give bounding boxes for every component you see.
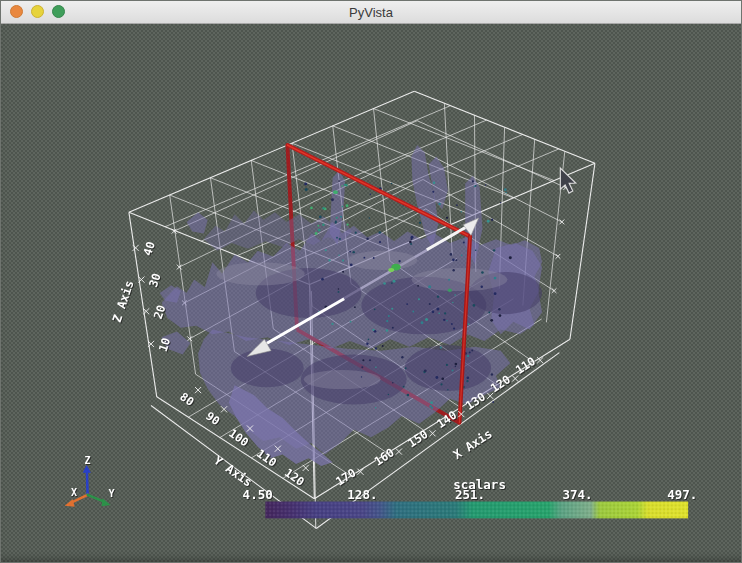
speckle-dot bbox=[481, 271, 484, 274]
speckle-dot bbox=[494, 277, 497, 280]
scalar-bar-label: 4.50 bbox=[243, 487, 273, 502]
speckle-dot bbox=[373, 257, 375, 259]
speckle-dot bbox=[338, 291, 340, 293]
speckle-dot bbox=[379, 241, 381, 243]
speckle-dot bbox=[466, 377, 469, 380]
zoom-button[interactable] bbox=[52, 5, 65, 18]
speckle-dot bbox=[444, 312, 446, 314]
speckle-dot bbox=[454, 294, 456, 296]
speckle-dot bbox=[481, 285, 483, 287]
speckle-dot bbox=[317, 225, 319, 227]
speckle-dot bbox=[418, 298, 420, 300]
orientation-axes-widget[interactable]: Z X Y bbox=[65, 455, 116, 507]
titlebar[interactable]: PyVista bbox=[1, 1, 741, 24]
speckle-dot bbox=[382, 345, 384, 347]
pyvista-window: PyVista bbox=[0, 0, 742, 563]
speckle-dot bbox=[471, 350, 473, 352]
z-tick-label: 40 bbox=[140, 240, 158, 258]
scalar-bar-dither bbox=[265, 502, 688, 519]
speckle-dot bbox=[350, 321, 352, 323]
speckle-dot bbox=[388, 315, 390, 317]
render-viewport[interactable]: Z Axis 10 20 30 40 Y Axis 80 90 100 110 … bbox=[1, 24, 742, 563]
speckle-dot bbox=[393, 280, 396, 283]
speckle-dot bbox=[336, 217, 338, 219]
speckle-dot bbox=[354, 306, 356, 308]
speckle-dot bbox=[319, 216, 322, 219]
z-axis-arrowhead bbox=[83, 465, 91, 473]
speckle-dot bbox=[366, 238, 368, 240]
speckle-dot bbox=[325, 249, 327, 251]
speckle-dot bbox=[366, 343, 369, 346]
speckle-dot bbox=[491, 373, 493, 375]
speckle-dot bbox=[509, 256, 512, 259]
y-axis-arrowhead bbox=[102, 498, 111, 506]
speckle-dot bbox=[461, 254, 463, 256]
speckle-dot bbox=[492, 401, 494, 403]
scalar-bar-label: 497. bbox=[667, 487, 697, 502]
speckle-dot bbox=[466, 380, 468, 382]
speckle-dot bbox=[388, 394, 389, 395]
speckle-dot bbox=[469, 351, 471, 353]
scalar-bar-label: 374. bbox=[563, 487, 593, 502]
speckle-dot bbox=[372, 329, 374, 331]
speckle-dot bbox=[401, 356, 403, 358]
speckle-dot bbox=[432, 191, 434, 193]
speckle-dot bbox=[446, 364, 448, 366]
speckle-dot bbox=[455, 366, 457, 368]
speckle-dot bbox=[456, 204, 458, 206]
speckle-dot bbox=[322, 223, 325, 226]
speckle-dot bbox=[406, 303, 408, 305]
speckle-dot bbox=[452, 258, 455, 261]
speckle-dot bbox=[361, 376, 362, 377]
speckle-dot bbox=[446, 217, 448, 219]
speckle-dot bbox=[362, 359, 364, 361]
speckle-dot bbox=[438, 312, 440, 314]
close-button[interactable] bbox=[10, 5, 23, 18]
speckle-dot bbox=[455, 363, 458, 366]
speckle-dot bbox=[310, 207, 313, 210]
speckle-dot bbox=[370, 194, 372, 196]
speckle-dot bbox=[494, 292, 497, 295]
scene-canvas[interactable]: Z Axis 10 20 30 40 Y Axis 80 90 100 110 … bbox=[1, 24, 742, 563]
speckle-dot bbox=[452, 369, 454, 371]
speckle-dot bbox=[355, 232, 357, 234]
speckle-dot bbox=[440, 383, 442, 385]
speckle-dot bbox=[493, 249, 495, 251]
speckle-dot bbox=[450, 253, 453, 256]
y-axis-arrow bbox=[88, 495, 104, 502]
speckle-dot bbox=[304, 183, 307, 186]
grid-line bbox=[129, 91, 414, 212]
speckle-dot bbox=[500, 202, 502, 204]
grid-line bbox=[570, 163, 595, 339]
orientation-x-label: X bbox=[71, 487, 77, 498]
speckle-dot bbox=[428, 285, 431, 288]
minimize-button[interactable] bbox=[31, 5, 44, 18]
speckle-dot bbox=[430, 401, 433, 404]
y-axis-title: Y Axis bbox=[211, 453, 255, 489]
speckle-dot bbox=[437, 295, 439, 297]
x-axis-title: X Axis bbox=[451, 427, 495, 462]
speckle-dot bbox=[443, 319, 445, 321]
speckle-dot bbox=[475, 249, 477, 251]
speckle-dot bbox=[463, 242, 465, 244]
speckle-dot bbox=[432, 311, 435, 314]
z-tick-label: 30 bbox=[146, 271, 164, 289]
speckle-dot bbox=[331, 323, 333, 325]
grid-line bbox=[129, 212, 157, 396]
speckle-dot bbox=[336, 237, 338, 239]
speckle-dot bbox=[411, 236, 414, 239]
speckle-dot bbox=[468, 323, 470, 325]
speckle-dot bbox=[488, 312, 490, 314]
speckle-dot bbox=[318, 229, 321, 232]
speckle-dot bbox=[378, 231, 381, 234]
speckle-dot bbox=[436, 308, 439, 311]
speckle-dot bbox=[361, 366, 363, 368]
speckle-dot bbox=[452, 302, 453, 303]
speckle-dot bbox=[342, 271, 344, 273]
speckle-dot bbox=[498, 308, 500, 310]
y-tick-label: 80 bbox=[177, 390, 196, 409]
speckle-dot bbox=[398, 260, 400, 262]
speckle-dot bbox=[391, 183, 392, 184]
speckle-dot bbox=[363, 257, 365, 259]
speckle-dot bbox=[315, 232, 318, 235]
